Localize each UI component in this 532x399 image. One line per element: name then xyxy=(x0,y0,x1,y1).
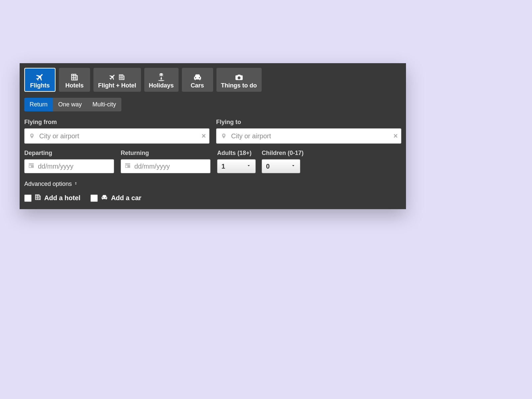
checkbox-box xyxy=(90,195,98,202)
to-label: Flying to xyxy=(216,119,401,126)
pin-icon xyxy=(220,132,228,140)
from-input[interactable]: City or airport × xyxy=(24,128,209,144)
building-icon xyxy=(34,194,42,202)
children-value: 0 xyxy=(266,163,270,170)
tab-flight-hotel-label: Flight + Hotel xyxy=(98,82,136,89)
tab-cars-label: Cars xyxy=(191,82,204,89)
trip-return[interactable]: Return xyxy=(24,98,53,111)
returning-input[interactable]: dd/mm/yyyy xyxy=(121,159,210,173)
clear-from-icon[interactable]: × xyxy=(201,132,206,140)
from-label: Flying from xyxy=(24,119,209,126)
tab-flight-hotel[interactable]: Flight + Hotel xyxy=(93,68,141,92)
advanced-label: Advanced options xyxy=(24,181,72,188)
search-panel: Flights Hotels Flight + Hotel Holidays xyxy=(20,63,406,209)
trip-oneway[interactable]: One way xyxy=(53,98,87,111)
add-hotel-label: Add a hotel xyxy=(44,194,80,202)
advanced-options-toggle[interactable]: Advanced options xyxy=(24,181,401,188)
children-label: Children (0-17) xyxy=(262,150,304,157)
to-placeholder: City or airport xyxy=(231,132,271,140)
tab-things-label: Things to do xyxy=(221,82,257,89)
to-input[interactable]: City or airport × xyxy=(216,128,401,144)
calendar-icon xyxy=(124,162,131,171)
plane-building-icon xyxy=(109,72,125,82)
tab-holidays[interactable]: Holidays xyxy=(144,68,179,92)
add-car-label: Add a car xyxy=(111,194,141,202)
plane-icon xyxy=(35,72,45,82)
tab-flights-label: Flights xyxy=(30,82,50,89)
tab-hotels-label: Hotels xyxy=(65,82,83,89)
chevron-down-icon xyxy=(291,163,296,170)
adults-label: Adults (18+) xyxy=(217,150,256,157)
returning-label: Returning xyxy=(121,150,210,157)
add-hotel-checkbox[interactable]: Add a hotel xyxy=(24,194,80,202)
double-chevron-icon xyxy=(74,181,78,188)
tab-holidays-label: Holidays xyxy=(149,82,174,89)
tab-flights[interactable]: Flights xyxy=(24,68,56,92)
adults-value: 1 xyxy=(221,163,225,170)
trip-type-tabs: Return One way Multi-city xyxy=(24,98,401,111)
chevron-down-icon xyxy=(246,163,251,170)
departing-placeholder: dd/mm/yyyy xyxy=(38,163,73,170)
departing-label: Departing xyxy=(24,150,114,157)
car-icon xyxy=(100,194,108,202)
pin-icon xyxy=(28,132,36,140)
palm-icon xyxy=(157,72,166,82)
add-car-checkbox[interactable]: Add a car xyxy=(90,194,141,202)
tab-hotels[interactable]: Hotels xyxy=(59,68,90,92)
checkbox-box xyxy=(24,195,32,202)
clear-to-icon[interactable]: × xyxy=(393,132,398,140)
from-placeholder: City or airport xyxy=(39,132,79,140)
trip-multi[interactable]: Multi-city xyxy=(87,98,121,111)
returning-placeholder: dd/mm/yyyy xyxy=(134,163,170,170)
car-icon xyxy=(193,72,202,82)
adults-select[interactable]: 1 xyxy=(217,159,256,173)
children-select[interactable]: 0 xyxy=(262,159,300,173)
calendar-icon xyxy=(28,162,35,171)
camera-icon xyxy=(235,72,243,82)
tab-cars[interactable]: Cars xyxy=(182,68,213,92)
building-icon xyxy=(70,72,79,82)
tab-things[interactable]: Things to do xyxy=(216,68,262,92)
departing-input[interactable]: dd/mm/yyyy xyxy=(24,159,114,173)
category-tabs: Flights Hotels Flight + Hotel Holidays xyxy=(24,68,401,92)
